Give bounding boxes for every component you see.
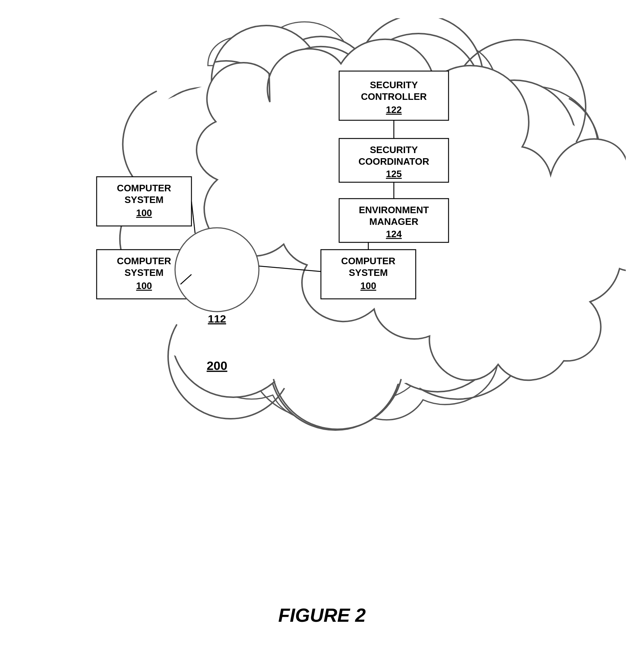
cs-topleft-line1: COMPUTER — [117, 183, 171, 194]
cs-bottomleft-line2: SYSTEM — [125, 267, 164, 278]
cloud-label: 200 — [207, 359, 228, 372]
security-controller-line1: SECURITY — [370, 79, 418, 90]
diagram-container: SECURITY CONTROLLER 122 SECURITY COORDIN… — [18, 18, 626, 565]
cs-topleft-number: 100 — [136, 207, 152, 218]
cs-right-line1: COMPUTER — [341, 255, 396, 266]
cs-right-number: 100 — [360, 280, 376, 291]
cs-right-line2: SYSTEM — [349, 267, 388, 278]
security-coordinator-line2: COORDINATOR — [358, 156, 429, 167]
cs-topleft-line2: SYSTEM — [125, 194, 164, 205]
network-circle — [175, 228, 259, 312]
network-label: 112 — [208, 313, 226, 325]
security-coordinator-line1: SECURITY — [370, 144, 418, 155]
environment-manager-line2: MANAGER — [369, 216, 419, 227]
security-controller-number: 122 — [386, 104, 401, 115]
environment-manager-number: 124 — [386, 229, 402, 239]
environment-manager-line1: ENVIRONMENT — [359, 204, 429, 215]
figure-label: FIGURE 2 — [278, 604, 366, 626]
security-coordinator-number: 125 — [386, 168, 401, 179]
security-controller-line2: CONTROLLER — [361, 91, 427, 102]
cs-bottomleft-line1: COMPUTER — [117, 255, 171, 266]
cs-bottomleft-number: 100 — [136, 280, 152, 291]
